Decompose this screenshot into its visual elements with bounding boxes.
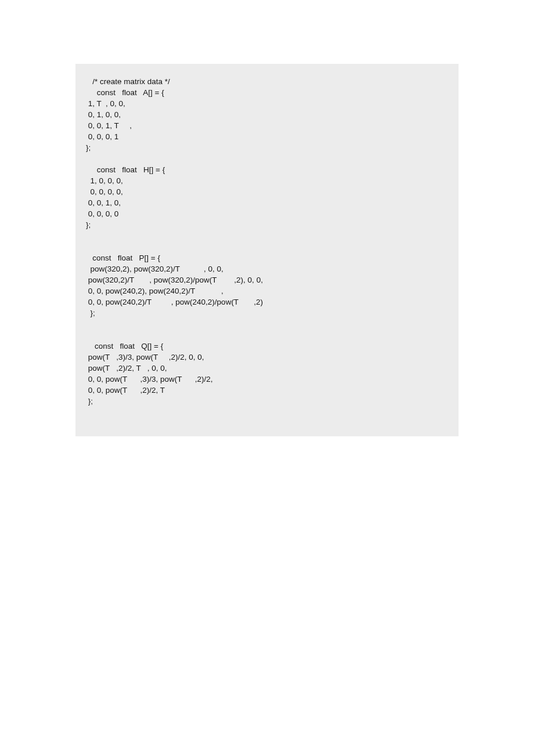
code-line: 0, 0, pow(T ,2)/2, T — [86, 385, 448, 396]
code-line: const float H[] = { — [86, 165, 448, 176]
blank-line — [86, 242, 448, 253]
blank-line — [86, 319, 448, 330]
code-line: }; — [86, 143, 448, 154]
blank-line — [86, 154, 448, 165]
code-line: pow(T ,2)/2, T , 0, 0, — [86, 363, 448, 374]
document-page: /* create matrix data */ const float A[]… — [0, 0, 534, 756]
code-line: 0, 0, 0, 0, — [86, 187, 448, 198]
code-line: 0, 0, 1, 0, — [86, 198, 448, 209]
blank-line — [86, 231, 448, 242]
code-line: 0, 0, 0, 0 — [86, 209, 448, 220]
code-block: /* create matrix data */ const float A[]… — [75, 64, 459, 436]
code-line: /* create matrix data */ — [86, 77, 448, 88]
code-line: }; — [86, 308, 448, 319]
code-line: const float A[] = { — [86, 88, 448, 99]
code-line: 0, 0, pow(240,2)/T , pow(240,2)/pow(T ,2… — [86, 297, 448, 308]
code-line: pow(320,2), pow(320,2)/T , 0, 0, — [86, 264, 448, 275]
code-line: 0, 0, 0, 1 — [86, 132, 448, 143]
code-line: pow(320,2)/T , pow(320,2)/pow(T ,2), 0, … — [86, 275, 448, 286]
code-line: 0, 0, 1, T , — [86, 121, 448, 132]
blank-line — [86, 330, 448, 341]
code-line: const float P[] = { — [86, 253, 448, 264]
code-line: const float Q[] = { — [86, 341, 448, 352]
code-line: 1, T , 0, 0, — [86, 99, 448, 110]
code-line: 0, 1, 0, 0, — [86, 110, 448, 121]
code-line: 0, 0, pow(T ,3)/3, pow(T ,2)/2, — [86, 374, 448, 385]
code-line: }; — [86, 220, 448, 231]
code-line: pow(T ,3)/3, pow(T ,2)/2, 0, 0, — [86, 352, 448, 363]
code-line: }; — [86, 396, 448, 407]
code-line: 1, 0, 0, 0, — [86, 176, 448, 187]
code-line: 0, 0, pow(240,2), pow(240,2)/T , — [86, 286, 448, 297]
